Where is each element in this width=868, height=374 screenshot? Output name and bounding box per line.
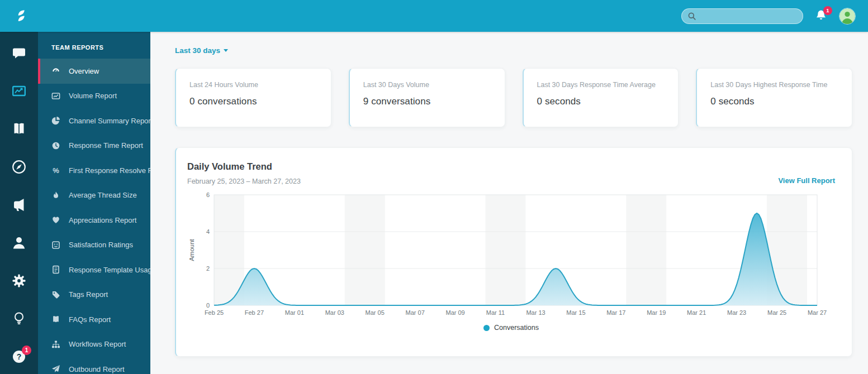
brand-logo-icon[interactable] (13, 7, 30, 25)
megaphone-icon (11, 197, 27, 213)
svg-text:0: 0 (206, 302, 210, 309)
date-range-label: Last 30 days (175, 46, 220, 55)
date-range-dropdown[interactable]: Last 30 days (175, 46, 228, 55)
stat-card-last-30-days-response-time-average: Last 30 Days Response Time Average0 seco… (523, 68, 679, 127)
sidebar-item-average-thread-size[interactable]: Average Thread Size (38, 183, 150, 208)
book-icon (11, 121, 27, 137)
document-icon (51, 265, 60, 274)
sidebar-item-workflows-report[interactable]: Workflows Report (38, 332, 150, 357)
stat-card-label: Last 30 Days Response Time Average (537, 81, 665, 89)
rail-item-campaigns[interactable] (11, 197, 27, 213)
svg-text:Mar 17: Mar 17 (606, 309, 625, 316)
sitemap-icon (51, 340, 60, 349)
svg-text:%: % (53, 166, 59, 175)
sidebar-item-satisfaction-ratings[interactable]: Satisfaction Ratings (38, 233, 150, 258)
chart-legend: Conversations (187, 324, 835, 332)
svg-text:Mar 01: Mar 01 (285, 309, 304, 316)
stat-card-label: Last 24 Hours Volume (189, 81, 317, 89)
chart-date-range: February 25, 2023 – March 27, 2023 (187, 178, 301, 185)
sidebar-item-label: Response Template Usage (69, 266, 150, 274)
person-icon (11, 235, 27, 251)
svg-text:Feb 25: Feb 25 (205, 309, 224, 316)
user-avatar[interactable] (839, 8, 856, 25)
chart-header: Daily Volume Trend February 25, 2023 – M… (187, 161, 835, 185)
svg-text:Mar 19: Mar 19 (647, 309, 666, 316)
compass-icon (11, 159, 27, 175)
body-row: ? 1 TEAM REPORTS OverviewVolume ReportCh… (0, 32, 868, 374)
svg-text:Amount: Amount (188, 238, 195, 261)
svg-text:Mar 09: Mar 09 (445, 309, 464, 316)
notifications-button[interactable]: 1 (814, 9, 828, 23)
stat-card-last-24-hours-volume: Last 24 Hours Volume0 conversations (175, 68, 331, 127)
sidebar-item-label: First Response Resolve Rate (69, 166, 150, 175)
svg-text:Mar 05: Mar 05 (366, 309, 385, 316)
left-icon-rail: ? 1 (0, 32, 38, 374)
sidebar-item-channel-summary-report[interactable]: Channel Summary Report (38, 108, 150, 133)
svg-text:Mar 03: Mar 03 (325, 309, 344, 316)
daily-volume-chart: Feb 25Feb 27Mar 01Mar 03Mar 05Mar 07Mar … (187, 192, 836, 322)
svg-text:Feb 27: Feb 27 (245, 309, 264, 316)
flame-icon (51, 191, 60, 200)
svg-text:Mar 15: Mar 15 (566, 309, 585, 316)
rail-item-help[interactable]: ? 1 (11, 349, 27, 365)
sidebar-item-first-response-resolve-rate[interactable]: %First Response Resolve Rate (38, 158, 150, 183)
dropdown-caret-icon (224, 49, 228, 52)
daily-volume-trend-card: Daily Volume Trend February 25, 2023 – M… (175, 147, 852, 357)
svg-text:Mar 07: Mar 07 (406, 309, 425, 316)
sidebar-item-outbound-report[interactable]: Outbound Report (38, 357, 150, 374)
sidebar-item-response-time-report[interactable]: Response Time Report (38, 133, 150, 159)
sidebar-item-label: Overview (69, 67, 99, 75)
view-full-report-link[interactable]: View Full Report (778, 176, 835, 185)
sidebar-item-volume-report[interactable]: Volume Report (38, 84, 150, 109)
sidebar-item-label: Volume Report (69, 92, 117, 100)
sidebar-item-label: Response Time Report (69, 141, 143, 150)
svg-text:Mar 25: Mar 25 (767, 309, 786, 316)
stat-card-value: 0 seconds (537, 96, 665, 107)
rail-item-explore[interactable] (11, 159, 27, 175)
sidebar-item-overview[interactable]: Overview (38, 59, 150, 84)
search-icon (687, 12, 696, 21)
percent-icon: % (51, 166, 60, 175)
rail-item-conversations[interactable] (11, 45, 27, 61)
svg-text:Mar 13: Mar 13 (526, 309, 545, 316)
sidebar-header: TEAM REPORTS (38, 32, 150, 59)
sidebar-item-label: Average Thread Size (69, 191, 137, 199)
main-content: Last 30 days Last 24 Hours Volume0 conve… (150, 32, 868, 374)
stat-card-label: Last 30 Days Highest Response Time (710, 81, 838, 89)
rail-item-reports[interactable] (11, 83, 27, 99)
stat-card-last-30-days-highest-response-time: Last 30 Days Highest Response Time0 seco… (696, 68, 852, 127)
svg-text:Mar 27: Mar 27 (808, 309, 827, 316)
heart-icon (51, 215, 60, 224)
sidebar-item-tags-report[interactable]: Tags Report (38, 282, 150, 308)
lightbulb-icon (11, 311, 27, 327)
svg-text:Mar 23: Mar 23 (727, 309, 746, 316)
rail-item-settings[interactable] (11, 273, 27, 289)
rail-item-ideas[interactable] (11, 311, 27, 327)
pie-chart-icon (51, 116, 60, 125)
team-reports-sidebar: TEAM REPORTS OverviewVolume ReportChanne… (38, 32, 150, 374)
sidebar-item-label: Tags Report (69, 290, 108, 299)
notification-badge: 1 (823, 6, 832, 15)
svg-text:2: 2 (206, 265, 210, 272)
avatar-person-icon (839, 8, 855, 24)
legend-dot-icon (483, 325, 490, 331)
sidebar-item-faqs-report[interactable]: FAQs Report (38, 307, 150, 332)
rail-item-knowledge-base[interactable] (11, 121, 27, 137)
stat-card-last-30-days-volume: Last 30 Days Volume9 conversations (349, 68, 505, 127)
legend-label: Conversations (494, 324, 539, 332)
sidebar-item-label: Channel Summary Report (69, 117, 150, 125)
chat-bubble-icon (11, 45, 27, 61)
top-bar: 1 (0, 0, 868, 32)
stat-cards-row: Last 24 Hours Volume0 conversationsLast … (175, 68, 852, 127)
topbar-right-group: 1 (681, 8, 856, 25)
sidebar-item-appreciations-report[interactable]: Appreciations Report (38, 208, 150, 233)
gauge-icon (51, 66, 60, 75)
search-input[interactable] (696, 12, 797, 20)
rail-item-contacts[interactable] (11, 235, 27, 251)
sidebar-item-response-template-usage[interactable]: Response Template Usage (38, 257, 150, 282)
sidebar-item-label: Appreciations Report (69, 216, 136, 224)
book-icon (51, 315, 60, 324)
svg-text:?: ? (17, 352, 22, 361)
stat-card-value: 9 conversations (363, 96, 491, 107)
svg-text:Mar 21: Mar 21 (687, 309, 706, 316)
